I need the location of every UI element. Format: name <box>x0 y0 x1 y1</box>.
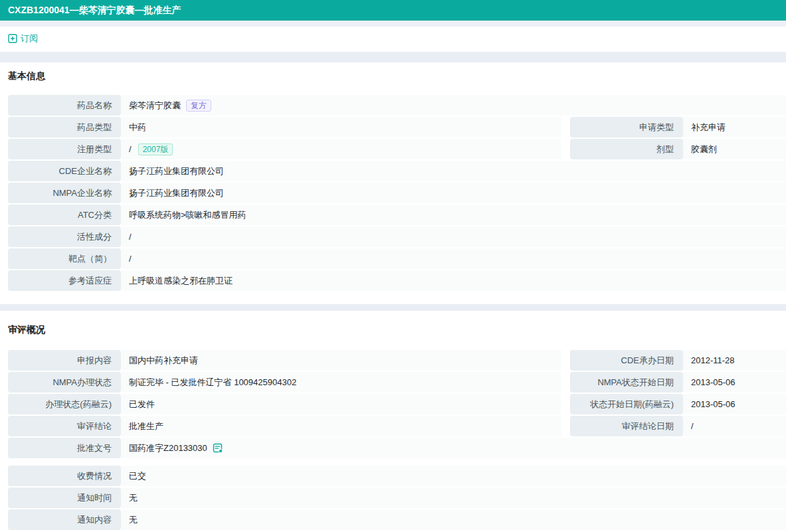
subscribe-link[interactable]: 订阅 <box>8 33 38 44</box>
divider-band <box>0 21 786 27</box>
info-row: 参考适应症 上呼吸道感染之邪在肺卫证 <box>8 270 786 291</box>
field-label: 审评结论 <box>8 416 121 436</box>
field-label: 注册类型 <box>8 139 121 159</box>
section-title-basic-info: 基本信息 <box>8 70 45 82</box>
field-label: 申报内容 <box>8 350 121 371</box>
divider-band <box>0 304 786 311</box>
field-value: 呼吸系统药物>咳嗽和感冒用药 <box>121 205 786 225</box>
info-row: NMPA办理状态 制证完毕 - 已发批件辽宁省 1009425904302 NM… <box>8 372 786 393</box>
field-value: 国内中药补充申请 <box>121 350 561 371</box>
field-label: 通知内容 <box>8 509 121 530</box>
field-value: 无 <box>121 488 786 508</box>
add-square-icon <box>8 34 17 43</box>
info-row: 通知时间 无 <box>8 488 786 508</box>
field-label: 通知时间 <box>8 488 121 508</box>
field-value: 2013-05-06 <box>683 372 786 393</box>
field-value: 2013-05-06 <box>683 394 786 414</box>
field-value: 补充申请 <box>683 117 786 137</box>
info-row: 批准文号 国药准字Z20133030 <box>8 438 786 458</box>
field-value: 已发件 <box>121 394 561 414</box>
field-value: 制证完毕 - 已发批件辽宁省 1009425904302 <box>121 372 561 393</box>
field-value: 2012-11-28 <box>683 350 786 371</box>
field-label: 药品名称 <box>8 95 121 116</box>
reg-version-badge: 2007版 <box>138 143 173 155</box>
field-value: 批准生产 <box>121 416 561 436</box>
field-label: CDE企业名称 <box>8 161 121 181</box>
info-row: 药品名称 柴芩清宁胶囊 复方 <box>8 95 786 116</box>
field-value: 扬子江药业集团有限公司 <box>121 161 786 181</box>
field-label: ATC分类 <box>8 205 121 225</box>
field-label: 审评结论日期 <box>570 416 683 436</box>
review-table-extra: 收费情况 已交 通知时间 无 通知内容 无 <box>8 466 786 531</box>
page-header: CXZB1200041—柴芩清宁胶囊—批准生产 <box>0 0 786 21</box>
field-label: NMPA办理状态 <box>8 372 121 393</box>
divider-band <box>0 52 786 62</box>
field-value: 柴芩清宁胶囊 复方 <box>121 95 786 116</box>
compound-badge: 复方 <box>186 100 211 112</box>
info-row: 审评结论 批准生产 审评结论日期 / <box>8 416 786 436</box>
field-label: 靶点（简） <box>8 248 121 269</box>
document-detail-icon[interactable] <box>213 443 223 454</box>
field-label: 申请类型 <box>570 117 683 137</box>
field-value: 中药 <box>121 117 561 137</box>
section-title-review: 审评概况 <box>8 324 45 336</box>
field-value: 国药准字Z20133030 <box>121 438 786 458</box>
field-label: NMPA状态开始日期 <box>570 372 683 393</box>
field-value: / 2007版 <box>121 139 561 159</box>
field-label: 参考适应症 <box>8 270 121 291</box>
info-row: 靶点（简） / <box>8 248 786 269</box>
field-value: 无 <box>121 509 786 530</box>
field-label: NMPA企业名称 <box>8 183 121 203</box>
field-value: 扬子江药业集团有限公司 <box>121 183 786 203</box>
field-value: 已交 <box>121 466 786 486</box>
page-title: CXZB1200041—柴芩清宁胶囊—批准生产 <box>8 5 181 15</box>
info-row: 收费情况 已交 <box>8 466 786 486</box>
info-row: 办理状态(药融云) 已发件 状态开始日期(药融云) 2013-05-06 <box>8 394 786 414</box>
field-label: 批准文号 <box>8 438 121 458</box>
field-label: 剂型 <box>570 139 683 159</box>
info-row: 注册类型 / 2007版 剂型 胶囊剂 <box>8 139 786 159</box>
info-row: CDE企业名称 扬子江药业集团有限公司 <box>8 161 786 181</box>
field-label: 收费情况 <box>8 466 121 486</box>
field-value: / <box>121 248 786 269</box>
info-row: 药品类型 中药 申请类型 补充申请 <box>8 117 786 137</box>
field-label: 活性成分 <box>8 226 121 247</box>
field-value: 胶囊剂 <box>683 139 786 159</box>
info-row: 通知内容 无 <box>8 509 786 530</box>
field-label: 状态开始日期(药融云) <box>570 394 683 414</box>
toolbar: 订阅 <box>0 27 786 52</box>
field-value: / <box>121 226 786 247</box>
drug-name-value: 柴芩清宁胶囊 <box>129 95 181 116</box>
field-label: 药品类型 <box>8 117 121 137</box>
field-label: CDE承办日期 <box>570 350 683 371</box>
info-row: NMPA企业名称 扬子江药业集团有限公司 <box>8 183 786 203</box>
info-row: 活性成分 / <box>8 226 786 247</box>
field-value: / <box>683 416 786 436</box>
field-label: 办理状态(药融云) <box>8 394 121 414</box>
info-row: ATC分类 呼吸系统药物>咳嗽和感冒用药 <box>8 205 786 225</box>
field-value: 上呼吸道感染之邪在肺卫证 <box>121 270 786 291</box>
basic-info-table: 药品名称 柴芩清宁胶囊 复方 药品类型 中药 申请类型 补充申请 注册类型 / … <box>8 95 786 292</box>
info-row: 申报内容 国内中药补充申请 CDE承办日期 2012-11-28 <box>8 350 786 371</box>
subscribe-label: 订阅 <box>21 33 38 44</box>
review-table: 申报内容 国内中药补充申请 CDE承办日期 2012-11-28 NMPA办理状… <box>8 350 786 460</box>
approval-number-value: 国药准字Z20133030 <box>129 438 207 458</box>
